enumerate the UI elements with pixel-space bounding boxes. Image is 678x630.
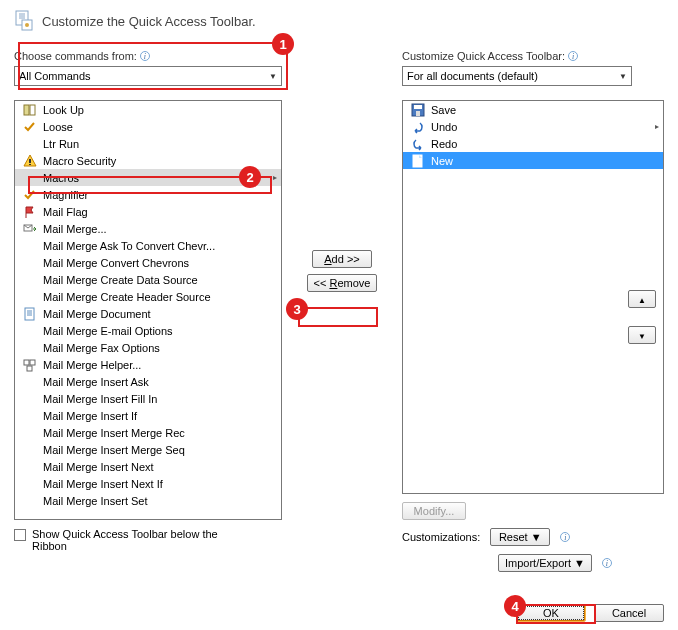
list-item-label: Mail Merge Insert Next If [43,478,163,490]
move-down-button[interactable]: ▼ [628,326,656,344]
list-item-label: Mail Merge Insert Ask [43,376,149,388]
list-item[interactable]: Save [403,101,663,118]
list-item-label: Mail Merge Ask To Convert Chevr... [43,240,215,252]
qat-listbox[interactable]: SaveUndo▸RedoNew [402,100,664,494]
list-item[interactable]: Mail Merge Fax Options [15,339,281,356]
cancel-button[interactable]: Cancel [594,604,664,622]
list-item-label: Magnifier [43,189,88,201]
book-icon [23,103,37,117]
list-item[interactable]: Mail Merge Insert Merge Seq [15,441,281,458]
list-item[interactable]: Ltr Run [15,135,281,152]
mailmerge-icon [23,222,37,236]
help-icon[interactable]: i [602,558,612,568]
help-icon[interactable]: i [140,51,150,61]
redo-icon [411,137,425,151]
none-icon [23,239,37,253]
list-item-label: Save [431,104,456,116]
show-below-ribbon-checkbox[interactable] [14,529,26,541]
list-item-label: Mail Flag [43,206,88,218]
none-icon [23,443,37,457]
callout-2: 2 [239,166,261,188]
list-item[interactable]: Mail Merge Ask To Convert Chevr... [15,237,281,254]
svg-rect-8 [25,308,34,320]
list-item[interactable]: Mail Merge Insert Fill In [15,390,281,407]
list-item[interactable]: Mail Merge Insert Next [15,458,281,475]
none-icon [23,290,37,304]
list-item[interactable]: Mail Merge Insert Ask [15,373,281,390]
none-icon [23,494,37,508]
none-icon [23,409,37,423]
list-item[interactable]: Mail Merge Helper... [15,356,281,373]
customize-qat-label: Customize Quick Access Toolbar: [402,50,565,62]
customizations-label: Customizations: [402,531,480,543]
list-item-label: Mail Merge Insert Merge Seq [43,444,185,456]
list-item[interactable]: Mail Merge Create Data Source [15,271,281,288]
list-item-label: Undo [431,121,457,133]
list-item-label: Macros [43,172,79,184]
helper-icon [23,358,37,372]
up-arrow-icon: ▲ [638,296,646,305]
customize-qat-combo[interactable]: For all documents (default) ▼ [402,66,632,86]
remove-button[interactable]: << Remove [307,274,378,292]
ok-button[interactable]: OK [516,604,586,622]
help-icon[interactable]: i [560,532,570,542]
list-item-label: Look Up [43,104,84,116]
none-icon [23,171,37,185]
choose-commands-label: Choose commands from: [14,50,137,62]
list-item[interactable]: Loose [15,118,281,135]
warning-icon [23,154,37,168]
list-item-label: Mail Merge Helper... [43,359,141,371]
chevron-down-icon: ▼ [269,72,277,81]
commands-listbox[interactable]: Look UpLooseLtr RunMacro SecurityMacros▸… [14,100,282,520]
svg-rect-5 [29,159,31,163]
list-item[interactable]: Mail Merge Convert Chevrons [15,254,281,271]
svg-rect-6 [29,164,31,165]
list-item-label: Mail Merge Insert Next [43,461,154,473]
none-icon [23,460,37,474]
list-item[interactable]: Mail Merge E-mail Options [15,322,281,339]
none-icon [23,375,37,389]
svg-rect-11 [27,366,32,371]
svg-rect-14 [416,111,420,116]
svg-rect-10 [30,360,35,365]
list-item[interactable]: Mail Merge Insert If [15,407,281,424]
list-item-label: Macro Security [43,155,116,167]
list-item[interactable]: Mail Merge Insert Next If [15,475,281,492]
show-below-ribbon-label: Show Quick Access Toolbar below the Ribb… [32,528,252,552]
list-item[interactable]: Undo▸ [403,118,663,135]
none-icon [23,137,37,151]
list-item[interactable]: Mail Merge Insert Set [15,492,281,509]
list-item[interactable]: Macro Security [15,152,281,169]
svg-point-2 [25,23,29,27]
reset-button[interactable]: Reset ▼ [490,528,550,546]
chevron-down-icon: ▼ [619,72,627,81]
none-icon [23,341,37,355]
help-icon[interactable]: i [568,51,578,61]
list-item-label: Mail Merge E-mail Options [43,325,173,337]
choose-commands-value: All Commands [19,70,91,82]
svg-rect-4 [30,105,35,115]
list-item[interactable]: Mail Merge Create Header Source [15,288,281,305]
list-item-label: Mail Merge Insert Set [43,495,148,507]
list-item[interactable]: New [403,152,663,169]
import-export-button[interactable]: Import/Export ▼ [498,554,592,572]
list-item-label: Mail Merge Document [43,308,151,320]
choose-commands-combo[interactable]: All Commands ▼ [14,66,282,86]
add-button[interactable]: Add >> [312,250,372,268]
list-item[interactable]: Mail Merge... [15,220,281,237]
list-item-label: Mail Merge Insert Merge Rec [43,427,185,439]
none-icon [23,392,37,406]
callout-3: 3 [286,298,308,320]
undo-icon [411,120,425,134]
list-item[interactable]: Mail Merge Insert Merge Rec [15,424,281,441]
svg-rect-9 [24,360,29,365]
list-item[interactable]: Mail Merge Document [15,305,281,322]
list-item[interactable]: Redo [403,135,663,152]
list-item[interactable]: Magnifier [15,186,281,203]
list-item-label: Mail Merge Create Data Source [43,274,198,286]
none-icon [23,273,37,287]
list-item[interactable]: Mail Flag [15,203,281,220]
list-item[interactable]: Look Up [15,101,281,118]
move-up-button[interactable]: ▲ [628,290,656,308]
svg-rect-3 [24,105,29,115]
